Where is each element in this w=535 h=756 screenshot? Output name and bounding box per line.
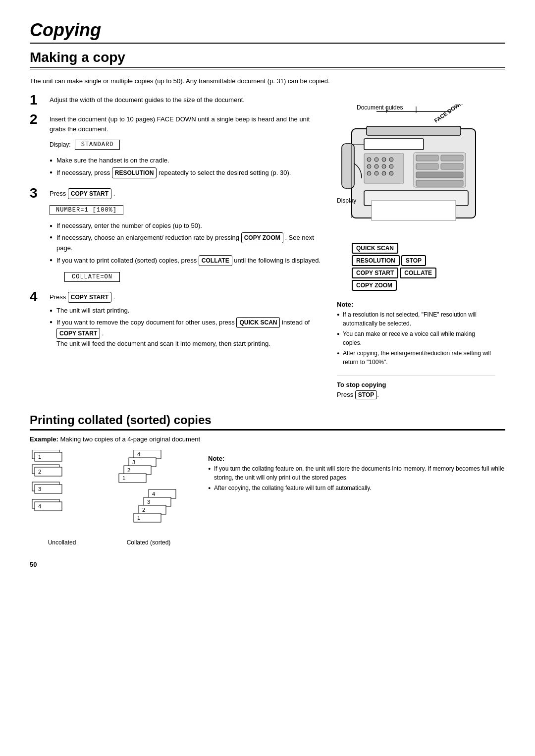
svg-text:2: 2 xyxy=(38,469,41,475)
svg-point-9 xyxy=(367,158,371,162)
step-3: 3 Press COPY START . NUMBER=1 [100%] If … xyxy=(30,188,327,285)
svg-rect-25 xyxy=(441,155,463,161)
note2-item-2: After copying, the collating feature wil… xyxy=(208,484,505,492)
stop-diag-btn: STOP xyxy=(401,255,426,266)
svg-rect-5 xyxy=(367,126,461,135)
fax-machine-svg: FACE DOWN xyxy=(337,104,495,243)
step3-bullets: If necessary, enter the number of copies… xyxy=(50,221,327,266)
svg-text:3: 3 xyxy=(38,486,41,492)
svg-text:4: 4 xyxy=(38,503,41,509)
step-3-text: Press COPY START . xyxy=(50,188,327,199)
svg-point-12 xyxy=(389,158,393,162)
button-diagram: QUICK SCAN RESOLUTION STOP COPY START CO… xyxy=(352,243,495,291)
step-3-number: 3 xyxy=(30,186,45,285)
step2-bullet-1: Make sure the handset is on the cradle. xyxy=(50,156,327,165)
note2-title: Note: xyxy=(208,455,505,462)
resolution-diag-btn: RESOLUTION xyxy=(352,255,400,266)
step-1-number: 1 xyxy=(30,93,45,108)
intro-text: The unit can make single or multiple cop… xyxy=(30,76,505,86)
svg-rect-26 xyxy=(416,163,438,169)
step-4-text: Press COPY START . xyxy=(50,292,327,303)
copy-start-key-step3: COPY START xyxy=(68,188,111,199)
step2-bullet-2: If necessary, press RESOLUTION repeatedl… xyxy=(50,167,327,178)
copy-start-diag-btn: COPY START xyxy=(352,268,398,278)
svg-rect-28 xyxy=(416,172,463,178)
svg-point-19 xyxy=(382,171,386,175)
svg-rect-22 xyxy=(372,201,456,220)
copy-start-key-inline: COPY START xyxy=(56,328,100,339)
svg-text:FACE DOWN: FACE DOWN xyxy=(433,104,464,124)
section1-title: Making a copy xyxy=(30,50,505,69)
note2-item-1: If you turn the collating feature on, th… xyxy=(208,464,505,482)
collated-svg: 4 3 2 1 4 3 2 1 xyxy=(109,450,188,539)
svg-point-10 xyxy=(374,158,378,162)
svg-rect-24 xyxy=(416,155,438,161)
copy-zoom-diag-btn: COPY ZOOM xyxy=(352,280,397,291)
svg-point-13 xyxy=(367,164,371,168)
stop-section: To stop copying Press STOP. xyxy=(337,376,495,399)
collated-diagrams: 1 1 2 2 3 3 4 4 xyxy=(30,450,188,546)
step3-bullet-3: If you want to print collated (sorted) c… xyxy=(50,255,327,266)
svg-text:4: 4 xyxy=(152,491,155,497)
step2-bullets: Make sure the handset is on the cradle. … xyxy=(50,156,327,178)
example-text: Making two copies of a 4-page original d… xyxy=(60,435,200,443)
collate-display-box: COLLATE=ON xyxy=(64,272,120,282)
collated-sorted-label: Collated (sorted) xyxy=(127,539,171,546)
page-title: Copying xyxy=(30,20,505,41)
step4-bullet-1: The unit will start printing. xyxy=(50,306,327,316)
display-diagram-label: Display xyxy=(337,197,356,204)
svg-point-20 xyxy=(389,171,393,175)
svg-rect-27 xyxy=(441,163,463,169)
collated-section: Printing collated (sorted) copies Exampl… xyxy=(30,413,505,546)
step4-bullet-2: If you want to remove the copy document … xyxy=(50,317,327,349)
step-2-number: 2 xyxy=(30,112,45,181)
svg-text:2: 2 xyxy=(127,467,130,473)
stop-title: To stop copying xyxy=(337,381,495,388)
display-number-value: NUMBER=1 [100%] xyxy=(50,205,123,215)
step3-bullet-1: If necessary, enter the number of copies… xyxy=(50,221,327,231)
fax-diagram: Document guides FACE DOWN xyxy=(337,104,495,399)
step-4: 4 Press COPY START . The unit will start… xyxy=(30,292,327,352)
resolution-key: RESOLUTION xyxy=(112,167,157,178)
step-1: 1 Adjust the width of the document guide… xyxy=(30,95,327,108)
note1-item-2: You can make or receive a voice call whi… xyxy=(337,329,495,347)
note2-list: If you turn the collating feature on, th… xyxy=(208,464,505,492)
note-box-1: Note: If a resolution is not selected, "… xyxy=(337,301,495,367)
note1-title: Note: xyxy=(337,301,495,308)
collated-note: Note: If you turn the collating feature … xyxy=(208,450,505,546)
step-4-number: 4 xyxy=(30,290,45,352)
svg-rect-29 xyxy=(416,180,463,186)
svg-text:1: 1 xyxy=(38,454,41,460)
svg-text:2: 2 xyxy=(142,507,145,513)
example-label: Example: xyxy=(30,435,58,443)
collated-title: Printing collated (sorted) copies xyxy=(30,413,505,431)
stop-key: STOP xyxy=(355,390,377,399)
doc-guides-label: Document guides xyxy=(357,104,403,111)
stop-text: Press STOP. xyxy=(337,390,495,399)
svg-point-14 xyxy=(374,164,378,168)
display-label: Display: xyxy=(50,141,71,148)
quick-scan-diag-btn: QUICK SCAN xyxy=(352,243,398,254)
svg-point-18 xyxy=(374,171,378,175)
collate-diag-btn: COLLATE xyxy=(400,268,436,278)
step3-bullet-2: If necessary, choose an enlargement/ red… xyxy=(50,232,327,253)
copy-zoom-key: COPY ZOOM xyxy=(241,232,283,243)
svg-text:1: 1 xyxy=(137,515,140,521)
note1-list: If a resolution is not selected, "FINE" … xyxy=(337,310,495,367)
uncollated-label: Uncollated xyxy=(48,539,76,546)
step4-bullets: The unit will start printing. If you wan… xyxy=(50,306,327,349)
note1-item-1: If a resolution is not selected, "FINE" … xyxy=(337,310,495,328)
svg-text:3: 3 xyxy=(132,459,135,465)
svg-point-11 xyxy=(382,158,386,162)
collated-example: Example: Making two copies of a 4-page o… xyxy=(30,435,505,443)
display-number: NUMBER=1 [100%] xyxy=(50,205,123,215)
svg-text:4: 4 xyxy=(137,451,140,457)
copy-start-key-step4: COPY START xyxy=(68,292,111,303)
svg-text:3: 3 xyxy=(147,499,150,505)
note1-item-3: After copying, the enlargement/reduction… xyxy=(337,349,495,367)
page-number: 50 xyxy=(30,561,505,568)
step-1-text: Adjust the width of the document guides … xyxy=(50,95,327,105)
svg-rect-6 xyxy=(342,144,354,188)
step-2: 2 Insert the document (up to 10 pages) F… xyxy=(30,114,327,181)
svg-point-15 xyxy=(382,164,386,168)
